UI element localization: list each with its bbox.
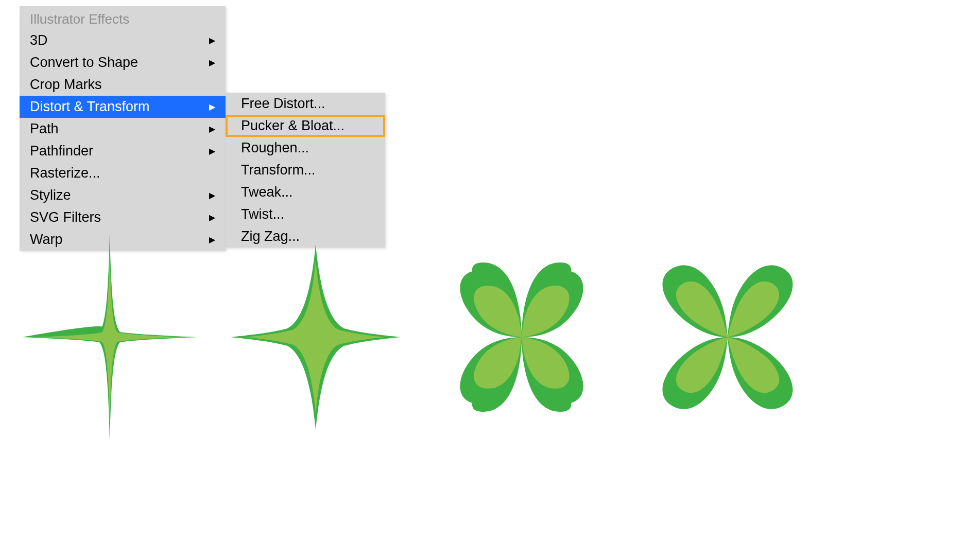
submenu-arrow-icon: ▶ [209,58,215,67]
pucker-shape-inner [246,260,385,414]
menu-item-label: 3D [30,32,48,48]
menu-item-3d[interactable]: 3D ▶ [20,29,226,51]
menu-item-label: Rasterize... [30,165,100,181]
menu-item-label: Pathfinder [30,143,93,159]
submenu-distort-transform: Free Distort... Pucker & Bloat... Roughe… [226,93,385,248]
menu-item-label: SVG Filters [30,209,101,225]
menu-container: Illustrator Effects 3D ▶ Convert to Shap… [20,6,385,251]
pucker-example-medium [226,232,406,443]
bloat-example-round [432,232,612,443]
menu-item-path[interactable]: Path ▶ [20,118,226,140]
submenu-item-label: Transform... [241,162,316,178]
submenu-item-tweak[interactable]: Tweak... [226,181,385,203]
menu-item-distort-transform[interactable]: Distort & Transform ▶ [20,96,226,118]
bloat-example-petal [637,232,818,443]
bloat-shape-inner [676,282,779,393]
submenu-item-roughen[interactable]: Roughen... [226,137,385,159]
menu-item-stylize[interactable]: Stylize ▶ [20,184,226,206]
menu-item-label: Convert to Shape [30,55,138,71]
submenu-item-free-distort[interactable]: Free Distort... [226,93,385,115]
pucker-example-sharp [20,232,200,443]
submenu-arrow-icon: ▶ [209,124,215,134]
submenu-item-pucker-bloat[interactable]: Pucker & Bloat... [226,115,385,137]
menu-item-label: Stylize [30,187,71,203]
menu-item-label: Distort & Transform [30,99,150,115]
menu-item-label: Crop Marks [30,77,102,93]
menu-item-rasterize[interactable]: Rasterize... [20,162,226,184]
main-menu: Illustrator Effects 3D ▶ Convert to Shap… [20,6,226,251]
submenu-arrow-icon: ▶ [209,36,215,45]
pucker-shape-inner [35,250,184,425]
submenu-item-twist[interactable]: Twist... [226,203,385,225]
submenu-arrow-icon: ▶ [209,190,215,200]
menu-item-svg-filters[interactable]: SVG Filters ▶ [20,206,226,229]
submenu-item-label: Pucker & Bloat... [241,118,344,134]
menu-section-header: Illustrator Effects [20,6,226,29]
submenu-arrow-icon: ▶ [209,213,215,222]
menu-item-pathfinder[interactable]: Pathfinder ▶ [20,140,226,162]
submenu-item-transform[interactable]: Transform... [226,159,385,181]
submenu-item-label: Free Distort... [241,96,325,112]
menu-item-label: Path [30,121,59,137]
submenu-arrow-icon: ▶ [209,102,215,112]
menu-item-convert-to-shape[interactable]: Convert to Shape ▶ [20,51,226,74]
submenu-item-label: Tweak... [241,184,293,200]
submenu-item-label: Roughen... [241,140,309,156]
menu-item-crop-marks[interactable]: Crop Marks [20,74,226,96]
submenu-arrow-icon: ▶ [209,146,215,156]
submenu-item-label: Twist... [241,206,284,222]
example-shapes-row [20,232,818,443]
